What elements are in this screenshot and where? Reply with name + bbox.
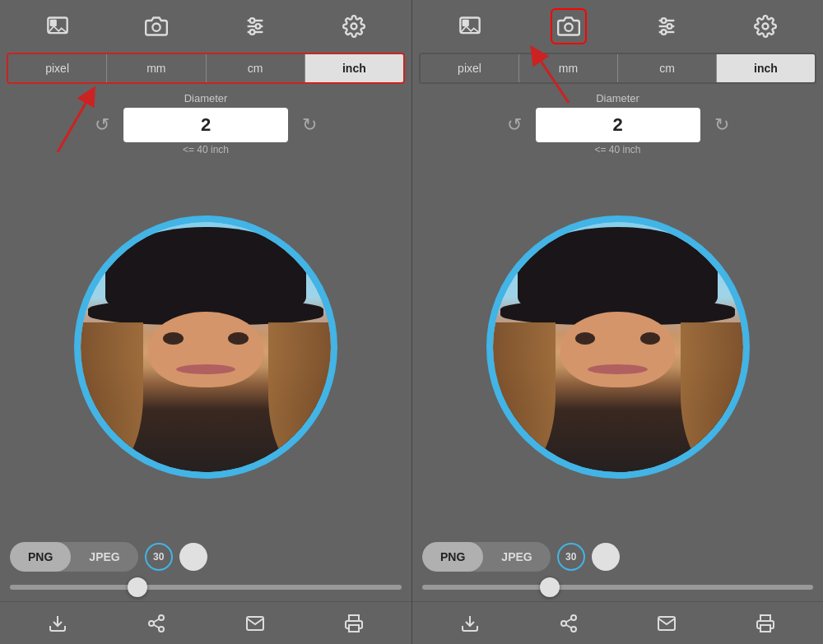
svg-rect-35 bbox=[760, 625, 770, 632]
svg-rect-19 bbox=[463, 20, 469, 26]
camera-icon-left[interactable] bbox=[138, 8, 174, 44]
right-toolbar bbox=[412, 0, 823, 53]
svg-point-27 bbox=[763, 24, 769, 30]
slider-track-left[interactable] bbox=[10, 585, 402, 590]
gear-icon-left[interactable] bbox=[336, 8, 372, 44]
unit-tab-mm-right[interactable]: mm bbox=[519, 54, 618, 82]
svg-rect-1 bbox=[50, 20, 57, 26]
color-picker-left[interactable] bbox=[179, 543, 207, 571]
unit-tab-pixel-right[interactable]: pixel bbox=[421, 54, 519, 82]
svg-point-20 bbox=[565, 24, 572, 31]
diameter-section-right: Diameter ↺ ↻ <= 40 inch bbox=[412, 87, 823, 157]
undo-button-right[interactable]: ↺ bbox=[500, 110, 529, 140]
svg-point-13 bbox=[149, 621, 154, 626]
print-icon-left[interactable] bbox=[339, 609, 369, 638]
portrait-left bbox=[81, 222, 331, 472]
redo-button-left[interactable]: ↻ bbox=[295, 110, 324, 140]
print-icon-right[interactable] bbox=[751, 609, 780, 638]
sliders-icon-left[interactable] bbox=[237, 8, 273, 44]
diameter-input-left[interactable]: 2 bbox=[123, 108, 288, 142]
svg-point-32 bbox=[571, 627, 576, 632]
format-row-left: PNG JPEG 30 bbox=[10, 542, 402, 572]
slider-row-left bbox=[10, 577, 402, 598]
svg-point-24 bbox=[662, 18, 667, 23]
format-toggle-left: PNG JPEG bbox=[10, 542, 138, 572]
svg-point-30 bbox=[571, 615, 576, 620]
svg-line-33 bbox=[565, 624, 571, 628]
svg-rect-17 bbox=[349, 625, 359, 632]
diameter-input-right[interactable] bbox=[536, 108, 700, 142]
diameter-label-left: Diameter bbox=[184, 92, 228, 104]
svg-point-31 bbox=[561, 621, 566, 626]
gallery-icon-right[interactable] bbox=[452, 8, 488, 44]
unit-tabs-left: pixel mm cm inch bbox=[7, 53, 405, 84]
quality-badge-right[interactable]: 30 bbox=[557, 543, 585, 571]
slider-thumb-right[interactable] bbox=[540, 577, 560, 597]
unit-tab-mm-left[interactable]: mm bbox=[107, 54, 206, 82]
diameter-limit-left: <= 40 inch bbox=[183, 144, 229, 155]
share-icon-right[interactable] bbox=[554, 609, 584, 638]
camera-icon-right[interactable] bbox=[551, 8, 587, 44]
format-row-right: PNG JPEG 30 bbox=[422, 542, 813, 572]
gear-icon-right[interactable] bbox=[747, 8, 783, 44]
bottom-controls-right: PNG JPEG 30 bbox=[412, 537, 823, 601]
left-panel: pixel mm cm inch Diameter ↺ 2 ↻ <= 40 in… bbox=[0, 0, 412, 644]
svg-line-34 bbox=[565, 619, 571, 622]
redo-button-right[interactable]: ↻ bbox=[707, 110, 737, 140]
svg-point-6 bbox=[250, 18, 255, 23]
diameter-row-right: ↺ ↻ bbox=[421, 108, 815, 142]
share-icon-left[interactable] bbox=[142, 609, 171, 638]
portrait-right bbox=[493, 222, 743, 472]
format-png-left[interactable]: PNG bbox=[10, 542, 71, 572]
mail-icon-right[interactable] bbox=[652, 609, 681, 638]
download-icon-left[interactable] bbox=[43, 609, 72, 638]
right-panel: pixel mm cm inch Diameter ↺ ↻ <= 40 inch bbox=[412, 0, 823, 644]
svg-point-26 bbox=[662, 30, 667, 35]
quality-badge-left[interactable]: 30 bbox=[145, 543, 173, 571]
unit-tab-inch-left[interactable]: inch bbox=[305, 54, 403, 82]
svg-point-2 bbox=[152, 24, 160, 31]
svg-point-7 bbox=[256, 24, 261, 29]
left-toolbar bbox=[0, 0, 412, 53]
bottom-controls-left: PNG JPEG 30 bbox=[0, 537, 412, 601]
svg-point-8 bbox=[250, 30, 255, 35]
download-icon-right[interactable] bbox=[455, 609, 485, 638]
format-jpeg-right[interactable]: JPEG bbox=[483, 542, 550, 572]
diameter-section-left: Diameter ↺ 2 ↻ <= 40 inch bbox=[0, 87, 412, 157]
action-bar-right bbox=[412, 601, 823, 644]
mail-icon-left[interactable] bbox=[240, 609, 270, 638]
format-png-right[interactable]: PNG bbox=[422, 542, 483, 572]
color-picker-right[interactable] bbox=[592, 543, 620, 571]
slider-track-right[interactable] bbox=[422, 585, 813, 590]
sliders-icon-right[interactable] bbox=[649, 8, 685, 44]
svg-point-14 bbox=[159, 627, 164, 632]
diameter-label-right: Diameter bbox=[596, 92, 639, 104]
unit-tab-inch-right[interactable]: inch bbox=[717, 54, 815, 82]
svg-point-12 bbox=[159, 615, 164, 620]
unit-tab-cm-right[interactable]: cm bbox=[618, 54, 717, 82]
svg-line-16 bbox=[154, 619, 160, 622]
circle-container-left bbox=[74, 215, 337, 479]
circle-container-right bbox=[486, 215, 750, 479]
diameter-limit-right: <= 40 inch bbox=[594, 144, 640, 155]
slider-thumb-left[interactable] bbox=[128, 577, 147, 597]
svg-point-25 bbox=[667, 24, 672, 29]
slider-row-right bbox=[422, 577, 813, 598]
unit-tab-cm-left[interactable]: cm bbox=[207, 54, 305, 82]
unit-tabs-right: pixel mm cm inch bbox=[419, 53, 816, 84]
circle-area-right bbox=[412, 157, 823, 537]
undo-button-left[interactable]: ↺ bbox=[87, 110, 117, 140]
circle-area-left bbox=[0, 157, 412, 537]
unit-tab-pixel-left[interactable]: pixel bbox=[8, 54, 107, 82]
format-jpeg-left[interactable]: JPEG bbox=[71, 542, 137, 572]
action-bar-left bbox=[0, 601, 412, 644]
svg-line-15 bbox=[154, 624, 160, 628]
gallery-icon-left[interactable] bbox=[40, 8, 76, 44]
format-toggle-right: PNG JPEG bbox=[422, 542, 551, 572]
svg-point-9 bbox=[351, 24, 357, 30]
diameter-row-left: ↺ 2 ↻ bbox=[8, 108, 403, 142]
